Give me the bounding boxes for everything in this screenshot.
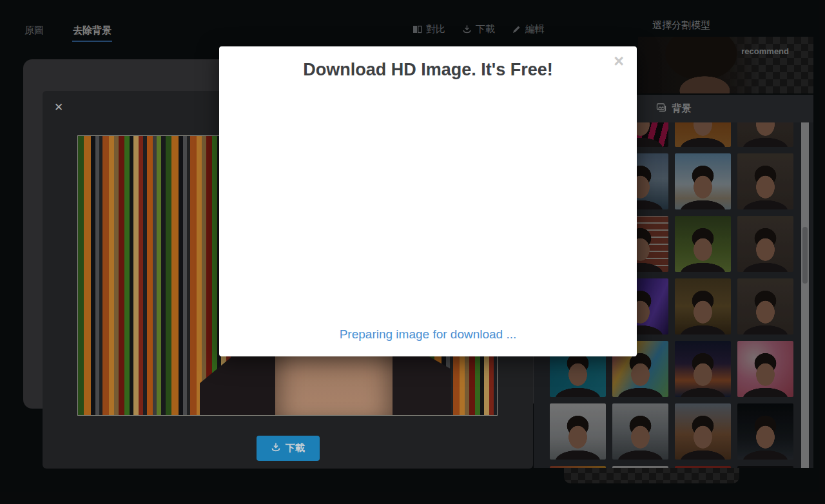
download-dialog: Download HD Image. It's Free! × Preparin… — [219, 46, 637, 356]
download-dialog-close-icon[interactable]: × — [614, 53, 624, 70]
download-dialog-title: Download HD Image. It's Free! — [219, 60, 637, 80]
download-status-text: Preparing image for download ... — [219, 327, 637, 342]
app-root: 原圖 去除背景 對比 下載 編輯 選擇分割模型 recommend — [0, 0, 825, 504]
